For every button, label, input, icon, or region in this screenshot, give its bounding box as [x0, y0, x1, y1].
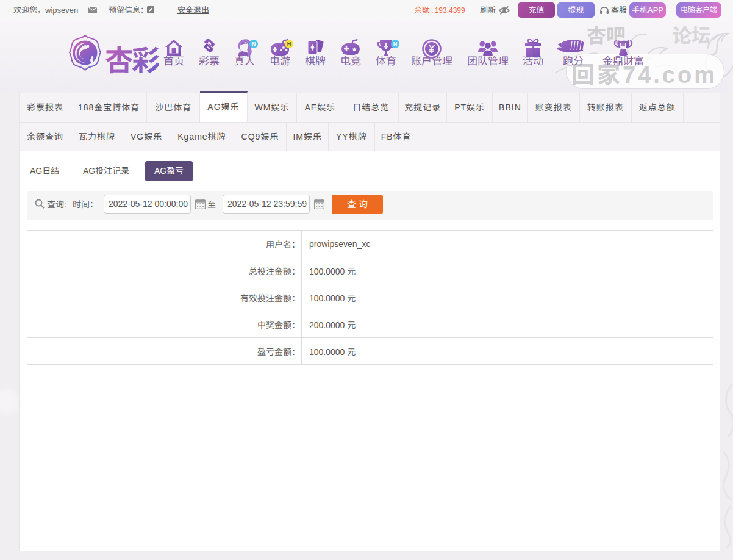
svg-text:Z.I.E 赛事: Z.I.E 赛事	[563, 51, 579, 56]
